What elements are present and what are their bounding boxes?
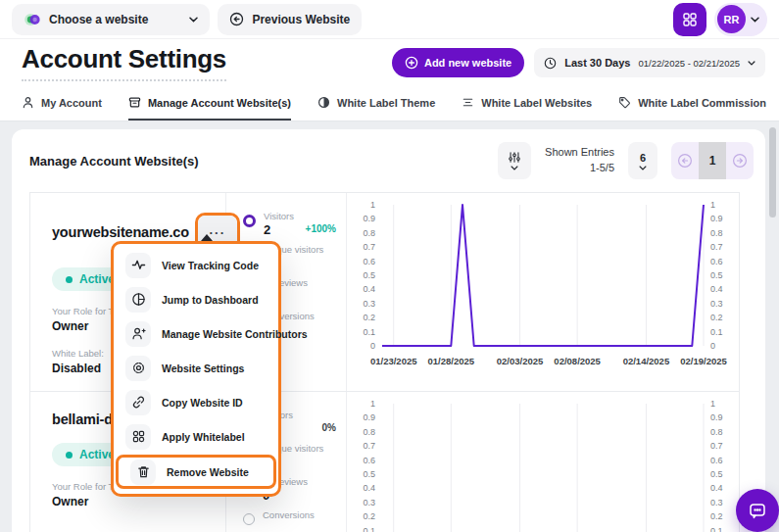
svg-text:1: 1 [710, 200, 715, 210]
svg-text:0.6: 0.6 [363, 456, 375, 465]
activity-icon [125, 253, 151, 278]
settings-tabs: My Account Manage Account Website(s) Whi… [0, 86, 779, 121]
svg-text:01/23/2025: 01/23/2025 [370, 356, 417, 366]
add-new-website-button[interactable]: Add new website [392, 48, 524, 77]
account-menu[interactable]: RR [714, 3, 767, 36]
chevron-down-icon [751, 17, 759, 23]
tab-my-account[interactable]: My Account [22, 86, 102, 121]
sliders-icon [508, 151, 521, 164]
menu-item-copy-website-id[interactable]: Copy Website ID [114, 385, 278, 419]
date-range-label: Last 30 Days [564, 57, 630, 69]
svg-text:0.4: 0.4 [363, 284, 375, 294]
choose-website-dropdown[interactable]: Choose a website [12, 4, 210, 35]
svg-text:0.7: 0.7 [363, 242, 375, 252]
shown-entries: Shown Entries 1-5/5 [545, 145, 614, 176]
filter-button[interactable] [498, 142, 531, 179]
add-new-website-label: Add new website [424, 57, 511, 69]
date-range-picker[interactable]: Last 30 Days 01/22/2025 - 02/21/2025 [534, 48, 765, 77]
stat-conversions: Conversions [226, 509, 346, 532]
svg-text:1: 1 [370, 200, 375, 210]
prev-page-button[interactable] [671, 142, 699, 179]
previous-website-button[interactable]: Previous Website [218, 4, 362, 35]
arrow-left-circle-icon [229, 12, 244, 26]
svg-text:02/08/2025: 02/08/2025 [554, 356, 601, 366]
svg-text:0.1: 0.1 [363, 526, 375, 532]
site-logo-icon [24, 11, 41, 28]
svg-text:0: 0 [370, 341, 375, 351]
radio-selected-icon[interactable] [243, 215, 256, 227]
tab-white-label-theme[interactable]: White Label Theme [317, 86, 435, 121]
svg-text:0.1: 0.1 [363, 327, 375, 337]
chevron-down-icon [189, 17, 198, 23]
app-root: Choose a website Previous Website [0, 0, 779, 532]
panel-title: Manage Account Website(s) [29, 154, 199, 169]
svg-text:01/28/2025: 01/28/2025 [428, 356, 475, 366]
chat-bubble-icon [748, 501, 767, 520]
grid-icon [125, 424, 151, 450]
date-range-value: 01/22/2025 - 02/21/2025 [638, 58, 740, 69]
svg-text:0.5: 0.5 [710, 469, 723, 479]
visitors-chart: 01/23/202501/28/202502/03/202502/08/2025… [347, 392, 739, 532]
visitors-chart: 01/23/202501/28/202502/03/202502/08/2025… [347, 193, 739, 391]
menu-item-apply-whitelabel[interactable]: Apply Whitelabel [114, 419, 278, 454]
plus-circle-icon [405, 56, 418, 70]
chat-support-button[interactable] [736, 489, 779, 532]
tab-white-label-websites[interactable]: White Label Websites [462, 86, 592, 121]
svg-text:02/14/2025: 02/14/2025 [623, 356, 670, 366]
current-page: 1 [699, 142, 726, 179]
menu-item-manage-website-contributors[interactable]: Manage Website Contributors [114, 316, 278, 351]
svg-text:0.5: 0.5 [710, 270, 723, 280]
annotation-highlight: Remove Website [116, 455, 276, 489]
svg-text:0.5: 0.5 [363, 270, 375, 280]
website-name: yourwebsitename.co [52, 224, 189, 240]
svg-text:0.2: 0.2 [710, 313, 723, 322]
svg-text:0.8: 0.8 [363, 228, 375, 238]
status-dot-icon [66, 276, 73, 283]
svg-text:0.3: 0.3 [710, 299, 723, 309]
svg-text:0.7: 0.7 [710, 441, 723, 451]
stat-visitors: Visitors 2 +100% [226, 211, 346, 244]
tab-manage-account-websites[interactable]: Manage Account Website(s) [128, 86, 291, 121]
page-title: Account Settings [22, 44, 226, 81]
menu-caret-icon [201, 234, 213, 241]
chevron-down-icon [748, 61, 755, 66]
link-icon [125, 390, 151, 415]
svg-text:0.6: 0.6 [710, 456, 723, 465]
svg-text:0.4: 0.4 [710, 284, 723, 294]
top-bar: Choose a website Previous Website [0, 0, 779, 39]
shown-entries-value: 1-5/5 [545, 161, 614, 176]
page-header: Account Settings Add new website Last 30… [0, 39, 779, 86]
svg-text:0.2: 0.2 [363, 313, 375, 322]
svg-text:1: 1 [710, 399, 715, 409]
clock-icon [544, 57, 557, 70]
gear-icon [125, 356, 151, 381]
pagination: 1 [671, 142, 754, 179]
svg-text:0.6: 0.6 [710, 257, 723, 266]
svg-text:0.3: 0.3 [710, 498, 723, 508]
svg-text:0.8: 0.8 [710, 427, 723, 437]
scrollbar-thumb[interactable] [769, 127, 776, 218]
svg-text:0.2: 0.2 [710, 511, 723, 521]
next-page-button[interactable] [726, 142, 754, 179]
trash-icon [130, 459, 156, 485]
svg-text:0.7: 0.7 [710, 242, 723, 252]
chevron-down-icon [511, 166, 518, 170]
tab-white-label-commission[interactable]: White Label Commission [618, 86, 766, 121]
row-actions-menu: View Tracking Code Jump to Dashboard Man… [111, 241, 281, 497]
menu-item-view-tracking-code[interactable]: View Tracking Code [114, 248, 278, 282]
radio-icon[interactable] [243, 513, 255, 525]
svg-text:0.9: 0.9 [710, 412, 723, 422]
menu-item-remove-website[interactable]: Remove Website [119, 458, 273, 486]
svg-text:0.3: 0.3 [363, 498, 375, 508]
archive-icon [128, 96, 141, 109]
menu-item-website-settings[interactable]: Website Settings [114, 351, 278, 385]
svg-text:0.9: 0.9 [710, 214, 723, 223]
apps-button[interactable] [673, 3, 706, 36]
svg-text:02/03/2025: 02/03/2025 [497, 356, 544, 366]
dashboard-icon [125, 287, 151, 313]
previous-website-label: Previous Website [252, 13, 350, 26]
page-size-select[interactable]: 6 [628, 142, 657, 179]
stat-delta: +100% [306, 223, 336, 234]
svg-text:0.9: 0.9 [363, 214, 375, 223]
menu-item-jump-to-dashboard[interactable]: Jump to Dashboard [114, 282, 278, 316]
